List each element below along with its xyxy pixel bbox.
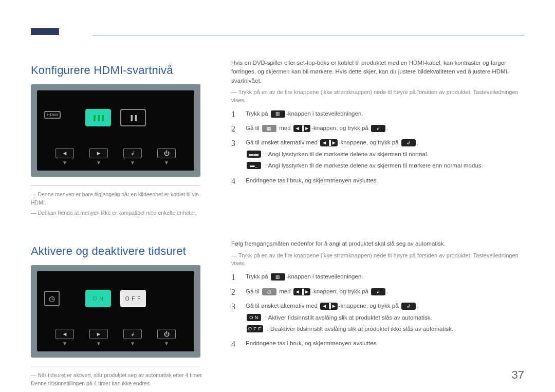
hw-left-button: ◄ bbox=[55, 329, 74, 339]
step-list: Trykk på ▥-knappen i tasteveiledningen. … bbox=[231, 272, 524, 348]
hw-enter-button: ↲ bbox=[123, 329, 142, 339]
chevron-down-icon: ▼ bbox=[96, 160, 101, 165]
osd-options: ▐▐▐ ▐▐ bbox=[37, 109, 194, 126]
sub-option-off: O F F: Deaktiver tidsinnstilt avslåing s… bbox=[246, 324, 524, 333]
right-column: Følg fremgangsmåten nedenfor for å angi … bbox=[231, 233, 524, 348]
header-rule bbox=[92, 35, 524, 35]
osd-options: O N O F F bbox=[37, 290, 194, 307]
chevron-down-icon: ▼ bbox=[130, 341, 135, 346]
chevron-down-icon: ▼ bbox=[164, 341, 169, 346]
on-label-icon: O N bbox=[247, 314, 261, 321]
step-4: Endringene tas i bruk, og skjermmenyen a… bbox=[231, 176, 524, 185]
pre-step-note: Trykk på en av de fire knappene (ikke st… bbox=[231, 252, 524, 268]
hw-left-button: ◄ bbox=[55, 148, 74, 158]
nav-arrows-icon: ◄ ▐ ► bbox=[320, 139, 337, 146]
nav-arrows-icon: ◄ ▐ ► bbox=[320, 303, 337, 310]
header-accent bbox=[31, 28, 59, 35]
intro-text: Hvis en DVD-spiller eller set-top-boks e… bbox=[231, 59, 524, 85]
section-title: Aktivere og deaktivere tidsuret bbox=[31, 245, 206, 258]
screen: ◷ O N O F F ◄▼ ►▼ ↲▼ ⏻▼ bbox=[37, 271, 194, 351]
footnote: Denne menyen er bare tilgjengelig når en… bbox=[31, 191, 206, 207]
hw-power-button: ⏻ bbox=[157, 329, 176, 339]
chevron-down-icon: ▼ bbox=[62, 160, 67, 165]
step-1: Trykk på ▥-knappen i tasteveiledningen. bbox=[231, 272, 524, 281]
step-2: Gå til ▦ med ◄ ▐ ►-knappen, og trykk på … bbox=[231, 123, 524, 133]
step-list: Trykk på ▥-knappen i tasteveiledningen. … bbox=[231, 109, 524, 185]
enter-icon: ↲ bbox=[401, 139, 416, 146]
sub-option-normal: ▬▬: Angi lysstyrken til de mørkeste dele… bbox=[246, 150, 524, 159]
section-title: Konfigurere HDMI-svartnivå bbox=[31, 64, 206, 77]
menu-icon: ▥ bbox=[271, 110, 285, 118]
chevron-down-icon: ▼ bbox=[62, 341, 67, 346]
pre-step-note: Trykk på en av de fire knappene (ikke st… bbox=[231, 88, 524, 105]
chevron-down-icon: ▼ bbox=[130, 160, 135, 165]
enter-icon: ↲ bbox=[401, 303, 416, 310]
monitor-illustration-timer: ◷ O N O F F ◄▼ ►▼ ↲▼ ⏻▼ bbox=[31, 265, 200, 358]
screen: HDMI ▐▐▐ ▐▐ ◄▼ ►▼ ↲▼ ⏻▼ bbox=[37, 90, 194, 171]
step-3: Gå til ønsket alternativ med ◄ ▐ ►-knapp… bbox=[231, 138, 524, 170]
section-timer: Aktivere og deaktivere tidsuret ◷ O N O … bbox=[31, 219, 524, 348]
hw-button-row: ◄▼ ►▼ ↲▼ ⏻▼ bbox=[37, 329, 194, 346]
hdmi-target-icon: ▦ bbox=[262, 125, 276, 132]
enter-icon: ↲ bbox=[371, 288, 385, 295]
step-3: Gå til ønsket alternativ med ◄ ▐ ►-knapp… bbox=[231, 301, 524, 333]
hw-button-row: ◄▼ ►▼ ↲▼ ⏻▼ bbox=[37, 148, 194, 165]
off-label-icon: O F F bbox=[247, 325, 263, 332]
page-number: 37 bbox=[512, 368, 524, 382]
footnote: Det kan hende at menyen ikke er kompatib… bbox=[31, 209, 206, 217]
step-1: Trykk på ▥-knappen i tasteveiledningen. bbox=[231, 109, 524, 118]
hw-right-button: ► bbox=[89, 148, 108, 158]
hw-power-button: ⏻ bbox=[157, 148, 176, 158]
sub-option-on: O N: Aktiver tidsinnstilt avslåing slik … bbox=[246, 313, 524, 322]
chevron-down-icon: ▼ bbox=[164, 160, 169, 165]
osd-option-off: O F F bbox=[120, 290, 146, 307]
left-column: Konfigurere HDMI-svartnivå HDMI ▐▐▐ ▐▐ ◄… bbox=[31, 52, 206, 219]
right-column: Hvis en DVD-spiller eller set-top-boks e… bbox=[231, 52, 524, 185]
manual-page: Konfigurere HDMI-svartnivå HDMI ▐▐▐ ▐▐ ◄… bbox=[0, 0, 555, 392]
monitor-illustration-hdmi: HDMI ▐▐▐ ▐▐ ◄▼ ►▼ ↲▼ ⏻▼ bbox=[31, 84, 200, 177]
footnote: Når tidsuret er aktivert, slår produktet… bbox=[31, 371, 206, 388]
divider bbox=[31, 366, 200, 366]
enter-icon: ↲ bbox=[371, 125, 385, 132]
hw-enter-button: ↲ bbox=[123, 148, 142, 158]
left-column: Aktivere og deaktivere tidsuret ◷ O N O … bbox=[31, 233, 206, 390]
osd-option-normal: ▐▐▐ bbox=[85, 109, 111, 126]
timer-target-icon: ◷ bbox=[262, 288, 276, 295]
nav-arrows-icon: ◄ ▐ ► bbox=[293, 125, 310, 132]
nav-arrows-icon: ◄ ▐ ► bbox=[293, 288, 310, 295]
step-2: Gå til ◷ med ◄ ▐ ►-knappen, og trykk på … bbox=[231, 287, 524, 296]
hw-right-button: ► bbox=[89, 329, 108, 339]
section-hdmi-black-level: Konfigurere HDMI-svartnivå HDMI ▐▐▐ ▐▐ ◄… bbox=[31, 15, 524, 185]
osd-option-on: O N bbox=[85, 290, 111, 307]
sub-option-low: ▬_: Angi lysstyrken til de mørkeste dele… bbox=[246, 161, 524, 170]
menu-icon: ▥ bbox=[271, 273, 285, 281]
level-normal-icon: ▬▬ bbox=[247, 151, 261, 158]
step-4: Endringene tas i bruk, og skjermmenyen a… bbox=[231, 339, 524, 348]
osd-option-low: ▐▐ bbox=[120, 109, 146, 126]
chevron-down-icon: ▼ bbox=[96, 341, 101, 346]
intro-text: Følg fremgangsmåten nedenfor for å angi … bbox=[231, 239, 524, 248]
divider bbox=[31, 185, 200, 185]
level-low-icon: ▬_ bbox=[247, 162, 261, 169]
